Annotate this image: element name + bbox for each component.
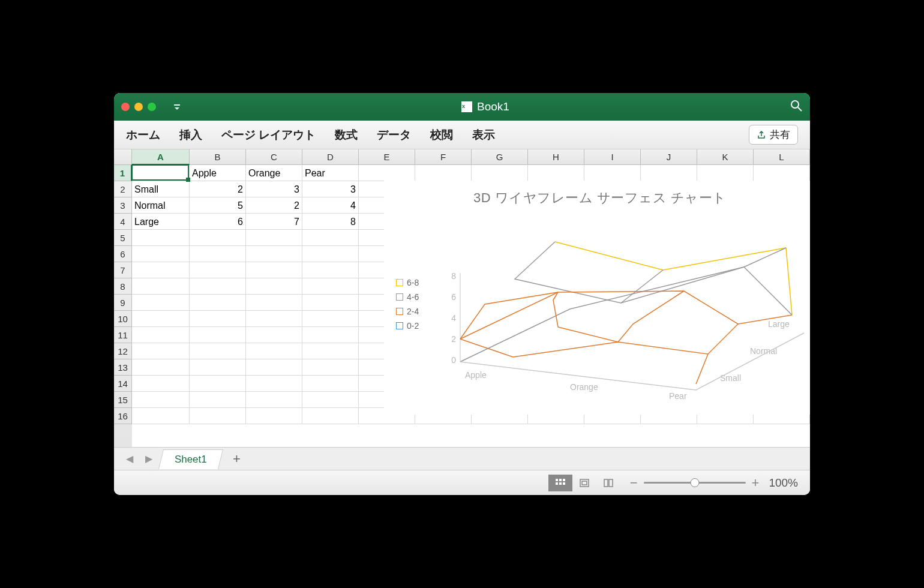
cell[interactable] <box>190 246 246 262</box>
cell[interactable] <box>190 327 246 343</box>
row-header[interactable]: 13 <box>114 359 132 376</box>
cell[interactable]: 3 <box>246 181 302 197</box>
row-header[interactable]: 14 <box>114 376 132 392</box>
cell[interactable] <box>246 392 302 408</box>
column-header[interactable]: F <box>415 149 472 164</box>
cell[interactable] <box>302 376 359 392</box>
cell[interactable]: 4 <box>302 197 359 214</box>
column-header[interactable]: H <box>528 149 584 164</box>
column-header[interactable]: A <box>132 149 190 165</box>
cell[interactable] <box>190 343 246 359</box>
cell[interactable]: Large <box>132 214 190 230</box>
cell[interactable] <box>302 295 359 311</box>
cell[interactable] <box>190 376 246 392</box>
tab-view[interactable]: 表示 <box>472 127 495 143</box>
cell[interactable] <box>190 278 246 295</box>
cell[interactable] <box>302 278 359 295</box>
tab-home[interactable]: ホーム <box>126 127 160 143</box>
cell[interactable] <box>246 278 302 295</box>
row-header[interactable]: 5 <box>114 230 132 246</box>
row-header[interactable]: 7 <box>114 262 132 278</box>
cell[interactable]: 3 <box>302 181 359 197</box>
cell[interactable] <box>246 246 302 262</box>
cell[interactable] <box>132 246 190 262</box>
cell[interactable] <box>190 230 246 246</box>
customize-qat-icon[interactable] <box>173 103 181 111</box>
cell[interactable]: Normal <box>132 197 190 214</box>
row-header[interactable]: 3 <box>114 197 132 214</box>
column-header[interactable]: G <box>472 149 528 164</box>
cell[interactable] <box>246 376 302 392</box>
row-header[interactable]: 11 <box>114 327 132 343</box>
zoom-slider-thumb[interactable] <box>690 478 699 487</box>
column-header[interactable]: E <box>359 149 415 164</box>
row-header[interactable]: 2 <box>114 181 132 197</box>
sheet-nav-next[interactable]: ▶ <box>142 453 156 464</box>
cell[interactable] <box>246 311 302 327</box>
row-header[interactable]: 4 <box>114 214 132 230</box>
tab-data[interactable]: データ <box>377 127 411 143</box>
share-button[interactable]: 共有 <box>749 125 798 145</box>
cell[interactable] <box>132 376 190 392</box>
cell[interactable] <box>302 246 359 262</box>
cell[interactable] <box>246 262 302 278</box>
cell[interactable]: Apple <box>190 165 246 181</box>
cell[interactable]: 6 <box>190 214 246 230</box>
zoom-out-button[interactable]: − <box>630 475 638 491</box>
cell[interactable] <box>190 295 246 311</box>
tab-pagelayout[interactable]: ページ レイアウト <box>221 127 316 143</box>
row-header[interactable]: 10 <box>114 311 132 327</box>
sheet-nav-prev[interactable]: ◀ <box>122 453 137 464</box>
zoom-slider[interactable] <box>644 482 746 484</box>
row-header[interactable]: 6 <box>114 246 132 262</box>
cell[interactable] <box>190 311 246 327</box>
view-page-layout-button[interactable] <box>572 475 596 491</box>
row-header[interactable]: 9 <box>114 295 132 311</box>
cell[interactable] <box>302 262 359 278</box>
cell[interactable] <box>584 165 641 181</box>
cell[interactable] <box>190 262 246 278</box>
view-normal-button[interactable] <box>548 475 572 491</box>
cells-area[interactable]: AppleOrangePearSmall233Normal524Large678… <box>132 165 810 447</box>
cell[interactable] <box>472 165 528 181</box>
zoom-level[interactable]: 100% <box>769 476 798 490</box>
cell[interactable] <box>697 165 754 181</box>
zoom-in-button[interactable]: + <box>752 475 760 491</box>
cell[interactable]: Small <box>132 181 190 197</box>
cell[interactable]: 2 <box>190 181 246 197</box>
cell[interactable] <box>359 165 415 181</box>
cell[interactable] <box>246 230 302 246</box>
cell[interactable] <box>302 408 359 424</box>
cell[interactable]: Pear <box>302 165 359 181</box>
cell[interactable]: 5 <box>190 197 246 214</box>
cell[interactable] <box>132 359 190 376</box>
row-header[interactable]: 12 <box>114 343 132 359</box>
cell[interactable] <box>754 165 810 181</box>
cell[interactable] <box>246 359 302 376</box>
cell[interactable] <box>302 343 359 359</box>
sheet-tab-active[interactable]: Sheet1 <box>158 449 223 469</box>
cell[interactable] <box>302 392 359 408</box>
cell[interactable] <box>246 343 302 359</box>
cell[interactable] <box>132 392 190 408</box>
view-page-break-button[interactable] <box>596 475 620 491</box>
cell[interactable] <box>132 165 190 181</box>
column-header[interactable]: B <box>190 149 246 164</box>
cell[interactable] <box>132 295 190 311</box>
cell[interactable] <box>246 327 302 343</box>
close-window-button[interactable] <box>121 103 130 111</box>
cell[interactable] <box>415 165 472 181</box>
cell[interactable] <box>132 343 190 359</box>
cell[interactable] <box>246 408 302 424</box>
cell[interactable] <box>302 311 359 327</box>
select-all-corner[interactable] <box>114 149 132 164</box>
zoom-window-button[interactable] <box>148 103 156 111</box>
cell[interactable] <box>302 230 359 246</box>
cell[interactable] <box>246 295 302 311</box>
minimize-window-button[interactable] <box>134 103 143 111</box>
search-button[interactable] <box>790 99 803 115</box>
row-header[interactable]: 16 <box>114 408 132 424</box>
cell[interactable] <box>132 327 190 343</box>
embedded-chart[interactable]: 3D ワイヤフレーム サーフェス チャート 6-8 4-6 2-4 0-2 8 <box>384 181 810 415</box>
cell[interactable] <box>190 359 246 376</box>
